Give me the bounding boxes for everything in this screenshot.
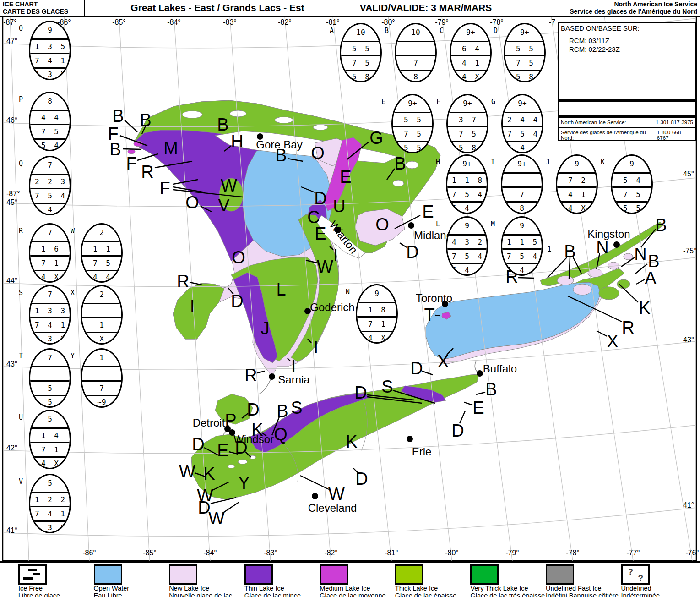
egg-letter-L: L bbox=[436, 220, 440, 228]
map-label-K: K bbox=[346, 432, 357, 451]
city-label-detroit: Detroit bbox=[193, 416, 225, 429]
map-label-U: U bbox=[333, 197, 345, 216]
egg-row: 7 5 4 bbox=[503, 126, 542, 141]
city-label-kingston: Kingston bbox=[587, 228, 630, 240]
egg-row: 7 5 bbox=[341, 55, 380, 70]
kingston-thick-patch bbox=[599, 287, 619, 300]
egg-letter-T: T bbox=[19, 352, 23, 360]
map-label-A: A bbox=[645, 268, 657, 288]
axis-label-bottom: -81° bbox=[385, 549, 398, 557]
egg-row: 1 1 8 bbox=[447, 172, 487, 187]
egg-row: 9+ bbox=[447, 156, 487, 172]
axis-label-top: -87° bbox=[3, 18, 17, 26]
egg-code-D: D9+5 57 55 8 bbox=[504, 23, 546, 82]
leader-line bbox=[123, 149, 141, 149]
egg-letter-E: E bbox=[381, 98, 385, 106]
egg-row: 4 X bbox=[357, 331, 396, 342]
valid-date: VALID/VALIDE: 3 MAR/MARS bbox=[343, 2, 508, 13]
map-label-D: D bbox=[192, 435, 204, 454]
legend-label-fr: Indéterminée bbox=[621, 592, 697, 597]
city-label-erie: Erie bbox=[412, 445, 432, 458]
axis-label-top: -84° bbox=[167, 18, 181, 26]
egg-letter-S: S bbox=[19, 289, 23, 297]
map-label-D: D bbox=[406, 242, 418, 262]
egg-row: 1 bbox=[82, 350, 121, 366]
question-mark: ? bbox=[638, 573, 644, 583]
egg-oval: 95 47 55 5 bbox=[611, 154, 653, 214]
egg-code-N: N91 87 14 X bbox=[356, 284, 398, 344]
egg-row: 7 5 bbox=[82, 255, 121, 270]
legend-swatch bbox=[470, 564, 499, 585]
city-label-windsor: Windsor bbox=[233, 433, 274, 445]
egg-row: 9+ bbox=[505, 24, 544, 41]
kingston-new-patch bbox=[557, 276, 574, 285]
map-label-O: O bbox=[185, 193, 199, 212]
map-label-J: J bbox=[261, 319, 270, 338]
egg-row: 7 1 bbox=[357, 316, 396, 331]
egg-row: 7 bbox=[82, 380, 121, 395]
egg-oval: 17~9 bbox=[81, 348, 123, 408]
map-label-E: E bbox=[340, 167, 351, 186]
egg-row: X bbox=[82, 332, 121, 343]
city-dot-cleveland bbox=[312, 493, 318, 499]
egg-row: 1 6 bbox=[30, 241, 70, 256]
legend-label-fr: Indéfini Banquise côtière bbox=[546, 592, 621, 597]
egg-row: 2 4 4 bbox=[503, 112, 542, 126]
axis-label-bottom: -78° bbox=[566, 549, 580, 557]
map-label-N: N bbox=[596, 238, 608, 257]
map-label-K: K bbox=[639, 298, 650, 318]
map-label-S: S bbox=[291, 398, 302, 417]
axis-label-left: 41° bbox=[6, 526, 17, 534]
map-label-G: G bbox=[369, 128, 383, 148]
egg-row: 3 3 X bbox=[30, 332, 70, 343]
egg-letter-B: B bbox=[385, 27, 389, 35]
egg-row: 7 5 4 bbox=[502, 248, 542, 263]
egg-oval: 9+5 57 55 5 bbox=[391, 94, 434, 153]
legend-label-en: Open Water bbox=[94, 585, 169, 592]
egg-row: 8 bbox=[396, 70, 435, 81]
axis-label-right: 45° bbox=[683, 170, 694, 178]
legend-swatch bbox=[546, 564, 574, 585]
map-label-B: B bbox=[394, 154, 406, 173]
egg-row: 1 1 5 bbox=[502, 234, 542, 249]
egg-oval: 105 57 55 8 bbox=[340, 23, 382, 82]
egg-code-U: U51 47 14 X bbox=[29, 410, 71, 469]
egg-row: 7 4 1 bbox=[30, 53, 70, 67]
legend-label-en: Medium Lake Ice bbox=[320, 585, 395, 592]
egg-oval: 94 3 27 5 45 4 4 bbox=[446, 216, 488, 276]
egg-row: 7 bbox=[30, 157, 70, 174]
egg-row: 7 4 1 bbox=[30, 317, 70, 332]
egg-row: 5 4 4 bbox=[503, 141, 542, 152]
agency-title-en: North American Ice Service bbox=[539, 0, 697, 8]
egg-row: 4 X bbox=[451, 70, 490, 81]
egg-row: 1 bbox=[82, 317, 121, 332]
agency-title-fr: Service des glaces de l'Amérique du Nord bbox=[539, 8, 697, 15]
chart-type-fr: CARTE DES GLACES bbox=[3, 8, 84, 15]
axis-label-bottom: -86° bbox=[82, 549, 96, 557]
map-label-R: R bbox=[244, 366, 257, 385]
contact-phone: 1-301-817-3975 bbox=[656, 120, 693, 125]
egg-letter-H: H bbox=[436, 158, 440, 166]
island bbox=[406, 161, 418, 169]
egg-row: 5 8 bbox=[341, 70, 380, 81]
city-label-cleveland: Cleveland bbox=[308, 502, 357, 514]
egg-oval: 97 24 14 X bbox=[556, 154, 598, 214]
kingston-new-patch bbox=[624, 253, 633, 260]
egg-row: 7 1 bbox=[30, 442, 70, 456]
egg-letter-G: G bbox=[491, 98, 495, 106]
axis-label-left: -87° bbox=[6, 190, 20, 197]
egg-letter-C: C bbox=[440, 27, 444, 35]
egg-row: 1 2 2 bbox=[30, 492, 70, 506]
egg-row: 9+ bbox=[448, 95, 487, 112]
based-on-box: BASED ON/BASEE SUR: RCM: 03/11Z RCM: 02/… bbox=[558, 22, 696, 101]
egg-row: 7 2 bbox=[557, 172, 597, 187]
map-label-D: D bbox=[355, 469, 368, 488]
egg-row: 5 8 bbox=[448, 141, 487, 152]
map-label-Y: Y bbox=[238, 473, 250, 493]
egg-row: 4 X bbox=[557, 201, 597, 213]
egg-row bbox=[502, 172, 542, 187]
map-label-B: B bbox=[564, 242, 575, 261]
island bbox=[228, 465, 235, 468]
city-label-buffalo: Buffalo bbox=[483, 362, 517, 375]
axis-label-top: -83° bbox=[223, 18, 237, 26]
